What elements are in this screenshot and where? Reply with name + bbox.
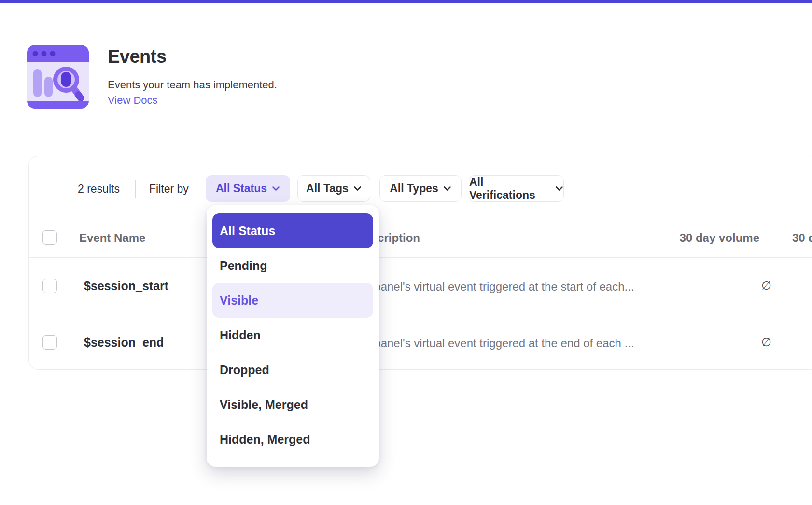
table-row: $session_start Mixpanel's virtual event … <box>29 258 812 314</box>
all-tags-filter-label: All Tags <box>306 182 349 195</box>
results-count: 2 results <box>78 182 120 196</box>
row-checkbox[interactable] <box>42 335 57 350</box>
chevron-down-icon <box>443 186 451 191</box>
menu-item-hidden[interactable]: Hidden <box>207 318 379 352</box>
status-filter-menu: All Status Pending Visible Hidden Droppe… <box>207 205 379 467</box>
menu-item-dropped[interactable]: Dropped <box>207 352 379 387</box>
event-description: Mixpanel's virtual event triggered at th… <box>356 337 634 350</box>
menu-item-visible[interactable]: Visible <box>212 283 373 318</box>
menu-item-hidden-merged[interactable]: Hidden, Merged <box>207 422 379 457</box>
table-row: $session_end Mixpanel's virtual event tr… <box>29 314 812 370</box>
event-name-link[interactable]: $session_end <box>84 336 164 350</box>
page-subtitle: Events your team has implemented. <box>108 79 277 91</box>
event-name-link[interactable]: $session_start <box>84 279 168 293</box>
menu-item-visible-merged[interactable]: Visible, Merged <box>207 387 379 422</box>
all-status-filter-label: All Status <box>216 182 267 195</box>
column-header-clipped: 30 d <box>792 231 812 245</box>
all-tags-filter-button[interactable]: All Tags <box>297 175 370 202</box>
all-status-filter-button[interactable]: All Status <box>206 175 290 202</box>
row-checkbox[interactable] <box>42 279 57 293</box>
view-docs-link[interactable]: View Docs <box>108 94 158 107</box>
page-title: Events <box>108 46 167 67</box>
all-verifications-filter-button[interactable]: All Verifications <box>469 175 564 202</box>
events-table-card: 2 results Filter by All Status All Tags … <box>28 156 812 370</box>
chevron-down-icon <box>353 186 362 191</box>
all-types-filter-button[interactable]: All Types <box>379 175 462 202</box>
filter-by-label: Filter by <box>149 182 189 196</box>
event-description: Mixpanel's virtual event triggered at th… <box>356 280 634 294</box>
all-types-filter-label: All Types <box>390 182 438 195</box>
chevron-down-icon <box>272 186 280 191</box>
events-page-icon <box>27 45 89 109</box>
select-all-checkbox[interactable] <box>42 230 57 245</box>
table-header-row: Event Name Description 30 day volume 30 … <box>29 217 812 258</box>
column-header-30-day-volume: 30 day volume <box>613 231 759 245</box>
toolbar-divider <box>135 180 136 198</box>
top-accent-bar <box>0 0 812 3</box>
menu-item-all-status[interactable]: All Status <box>212 213 373 248</box>
chevron-down-icon <box>555 186 563 191</box>
column-header-event-name: Event Name <box>79 231 145 245</box>
all-verifications-filter-label: All Verifications <box>469 176 550 202</box>
menu-item-pending[interactable]: Pending <box>207 248 379 283</box>
event-30-day-volume: ∅ <box>613 279 771 293</box>
event-30-day-volume: ∅ <box>613 336 771 349</box>
